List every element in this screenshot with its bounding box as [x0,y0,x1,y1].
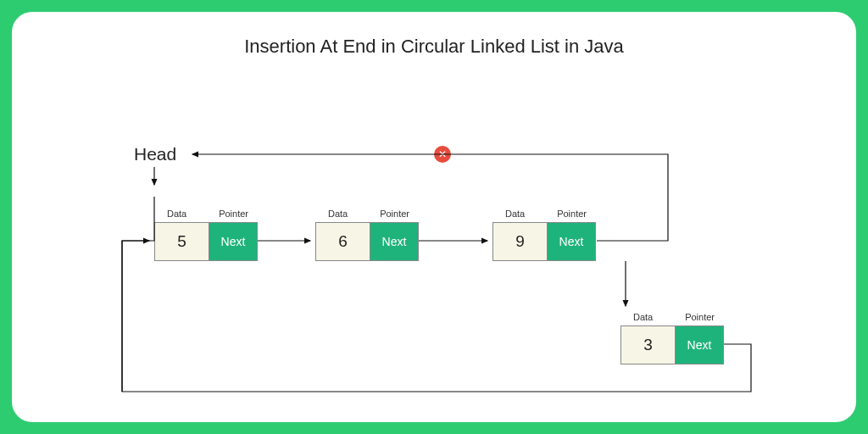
node-value: 9 [493,223,548,260]
node-value: 5 [155,223,209,260]
node-next: Next [370,223,418,260]
data-caption: Data [328,209,348,219]
list-node: Data Pointer 6 Next [315,222,419,261]
list-node-new: Data Pointer 3 Next [620,326,724,364]
head-label: Head [134,144,176,164]
diagram-canvas: Insertion At End in Circular Linked List… [12,12,856,422]
node-value: 3 [621,326,676,364]
data-caption: Data [167,209,186,219]
diagram-title: Insertion At End in Circular Linked List… [244,36,624,58]
pointer-caption: Pointer [380,209,409,219]
data-caption: Data [633,312,653,322]
arrows-layer [12,12,856,422]
pointer-caption: Pointer [557,209,587,219]
pointer-caption: Pointer [685,312,715,322]
list-node: Data Pointer 5 Next [154,222,258,261]
node-value: 6 [316,223,370,260]
list-node: Data Pointer 9 Next [492,222,596,261]
data-caption: Data [505,209,525,219]
remove-link-icon: ✕ [434,146,451,163]
node-next: Next [676,326,723,364]
node-next: Next [209,223,257,260]
node-next: Next [548,223,595,260]
pointer-caption: Pointer [219,209,248,219]
